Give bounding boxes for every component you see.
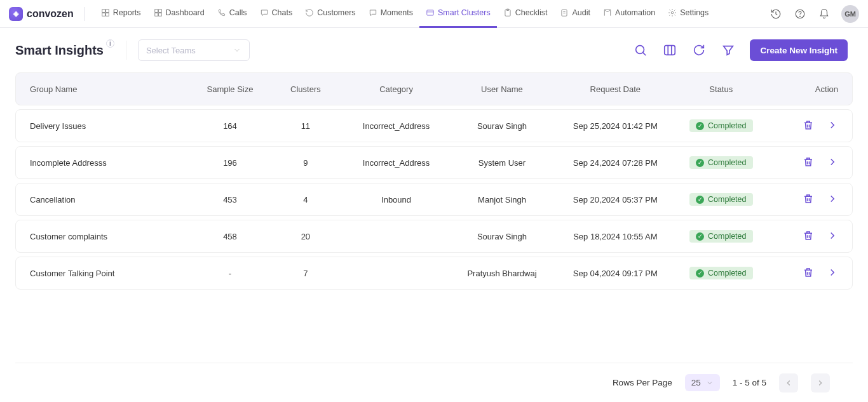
nav-checklist[interactable]: Checklist (497, 0, 554, 28)
cell-clusters: 9 (268, 158, 343, 168)
chevron-down-icon (706, 379, 714, 387)
nav-audit[interactable]: Audit (553, 0, 597, 28)
header-actions: Create New Insight (633, 39, 848, 61)
nav-icon (260, 8, 269, 17)
check-icon (696, 122, 704, 130)
open-row-button[interactable] (827, 230, 838, 243)
nav-smart-clusters[interactable]: Smart Clusters (419, 0, 497, 28)
help-icon[interactable] (793, 7, 807, 21)
cell-clusters: 4 (268, 195, 343, 204)
nav-label: Customers (317, 8, 355, 17)
page-header: Smart Insights i Select Teams Create New… (0, 28, 868, 72)
open-row-button[interactable] (827, 119, 838, 133)
nav-calls[interactable]: Calls (211, 0, 254, 28)
cell-status: Completed (675, 267, 766, 279)
insights-table: Group Name Sample Size Clusters Category… (15, 72, 853, 290)
nav-label: Settings (680, 8, 709, 17)
delete-button[interactable] (803, 193, 814, 206)
page-range: 1 - 5 of 5 (733, 378, 766, 387)
team-select[interactable]: Select Teams (138, 39, 250, 61)
nav-reports[interactable]: Reports (95, 0, 147, 28)
cell-user-name: Sourav Singh (449, 121, 555, 131)
cell-request-date: Sep 04,2024 09:17 PM (555, 269, 675, 278)
logo-mark-icon: ◈ (9, 7, 23, 21)
nav-icon (560, 8, 569, 17)
check-icon (696, 269, 704, 278)
prev-page-button[interactable] (779, 373, 798, 392)
refresh-icon[interactable] (691, 43, 707, 58)
status-badge: Completed (689, 267, 752, 279)
col-clusters: Clusters (268, 84, 343, 94)
cell-sample-size: 164 (193, 121, 268, 131)
nav-icon (426, 8, 435, 17)
nav-automation[interactable]: Automation (597, 0, 661, 28)
table-header: Group Name Sample Size Clusters Category… (15, 72, 853, 105)
nav-label: Chats (272, 8, 293, 17)
row-actions (766, 119, 842, 133)
row-actions (766, 267, 842, 280)
cell-group-name: Cancellation (26, 195, 193, 204)
nav-label: Moments (381, 8, 413, 17)
page-title: Smart Insights i (15, 43, 114, 58)
info-icon[interactable]: i (106, 39, 114, 48)
nav-label: Automation (615, 8, 655, 17)
cell-clusters: 7 (268, 269, 343, 278)
bell-icon[interactable] (817, 7, 831, 21)
divider (84, 7, 85, 21)
avatar[interactable]: GM (841, 5, 859, 23)
delete-button[interactable] (803, 119, 814, 133)
table-row: Cancellation4534InboundManjot SinghSep 2… (15, 183, 853, 216)
cell-status: Completed (675, 193, 766, 206)
nav-icon (217, 8, 226, 17)
svg-rect-8 (427, 10, 434, 15)
create-insight-button[interactable]: Create New Insight (750, 39, 848, 61)
check-icon (696, 232, 704, 241)
brand-logo: ◈ convozen (9, 7, 74, 21)
cell-status: Completed (675, 156, 766, 169)
open-row-button[interactable] (827, 267, 838, 280)
row-actions (766, 193, 842, 206)
status-badge: Completed (689, 193, 752, 206)
nav-icon (603, 8, 612, 17)
delete-button[interactable] (803, 267, 814, 280)
history-icon[interactable] (769, 7, 783, 21)
pagination-footer: Rows Per Page 25 1 - 5 of 5 (15, 363, 853, 402)
cell-group-name: Customer complaints (26, 232, 193, 241)
col-status: Status (675, 84, 766, 94)
cell-sample-size: 196 (193, 158, 268, 168)
nav-label: Checklist (515, 8, 548, 17)
table-row: Customer Talking Point-7Pratyush Bhardwa… (15, 257, 853, 290)
svg-rect-2 (102, 13, 105, 17)
open-row-button[interactable] (827, 156, 838, 170)
columns-icon[interactable] (662, 43, 677, 58)
nav-label: Calls (229, 8, 247, 17)
cell-user-name: System User (449, 158, 555, 168)
search-icon[interactable] (633, 43, 648, 58)
status-badge: Completed (689, 156, 752, 169)
next-page-button[interactable] (811, 373, 830, 392)
check-icon (696, 159, 704, 167)
nav-moments[interactable]: Moments (362, 0, 419, 28)
rows-per-page-select[interactable]: 25 (685, 374, 720, 391)
team-select-placeholder: Select Teams (146, 46, 196, 55)
delete-button[interactable] (803, 230, 814, 243)
top-right-actions: GM (769, 5, 859, 23)
nav-icon (369, 8, 377, 17)
divider (126, 41, 126, 60)
nav-label: Audit (572, 8, 590, 17)
open-row-button[interactable] (827, 193, 838, 206)
filter-icon[interactable] (721, 43, 736, 58)
row-actions (766, 230, 842, 243)
page-title-text: Smart Insights (15, 43, 104, 58)
nav-dashboard[interactable]: Dashboard (147, 0, 211, 28)
check-icon (696, 196, 704, 204)
svg-rect-7 (158, 13, 161, 17)
svg-point-18 (636, 46, 644, 54)
nav-customers[interactable]: Customers (299, 0, 362, 28)
cell-status: Completed (675, 119, 766, 132)
delete-button[interactable] (803, 156, 814, 170)
cell-group-name: Incomplete Addresss (26, 158, 193, 168)
nav-settings[interactable]: Settings (661, 0, 715, 28)
nav-chats[interactable]: Chats (254, 0, 299, 28)
svg-rect-4 (154, 10, 158, 13)
